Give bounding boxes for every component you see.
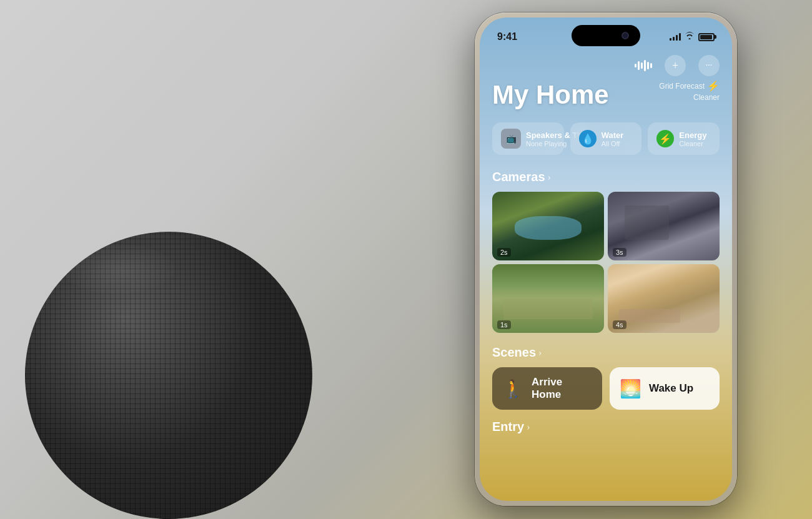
cameras-section-header[interactable]: Cameras ›	[492, 170, 720, 184]
cameras-title: Cameras	[492, 170, 545, 184]
scenes-section: Scenes › 🚶 Arrive Home 🌅 Wake Up	[492, 345, 720, 410]
camera-label-3: 1s	[497, 320, 511, 329]
camera-label-2: 3s	[613, 248, 626, 257]
signal-bar-1	[670, 38, 671, 41]
water-title: Water	[602, 131, 624, 140]
dynamic-island	[572, 25, 640, 46]
more-button[interactable]: ···	[698, 55, 720, 76]
arrive-home-card[interactable]: 🚶 Arrive Home	[492, 367, 602, 410]
water-subtitle: All Off	[602, 140, 624, 147]
scenes-title: Scenes	[492, 345, 536, 360]
homepod-body	[25, 232, 312, 519]
wave-bar-6	[650, 63, 652, 68]
front-camera	[621, 32, 629, 39]
wave-bar-2	[638, 61, 640, 70]
entry-section: Entry ›	[492, 420, 720, 434]
entry-title: Entry	[492, 420, 524, 434]
energy-icon: ⚡	[659, 133, 671, 145]
camera-cell-1[interactable]: 2s	[492, 192, 604, 260]
entry-chevron-icon: ›	[527, 422, 530, 433]
water-pill[interactable]: 💧 Water All Off	[570, 122, 642, 155]
add-button[interactable]: +	[665, 55, 686, 76]
status-pills: 📺 Speakers & TVs None Playing 💧 Water Al…	[492, 122, 720, 155]
home-title: My Home	[492, 80, 609, 110]
wake-up-icon: 🌅	[620, 378, 641, 399]
arrive-home-label: Arrive Home	[532, 376, 592, 401]
wave-bar-3	[641, 62, 643, 69]
energy-pill[interactable]: ⚡ Energy Cleaner	[648, 122, 720, 155]
energy-text: Energy Cleaner	[679, 131, 706, 147]
speakers-icon-box: 📺	[501, 129, 521, 149]
camera-grid: 2s 3s 1s 4s	[492, 192, 720, 333]
grid-forecast[interactable]: Grid Forecast ⚡ Cleaner	[659, 80, 720, 102]
water-icon-wrapper: 💧	[579, 130, 597, 147]
signal-bar-2	[673, 37, 675, 41]
homepod-device	[0, 169, 362, 519]
battery-fill	[700, 35, 712, 39]
water-text: Water All Off	[602, 131, 624, 147]
top-actions: + ···	[635, 55, 720, 76]
energy-bolt-icon: ⚡	[707, 80, 720, 92]
energy-title: Energy	[679, 131, 706, 140]
entry-section-header[interactable]: Entry ›	[492, 420, 720, 434]
content-area: My Home Grid Forecast ⚡ Cleaner 📺	[480, 80, 732, 501]
header-row: My Home Grid Forecast ⚡ Cleaner	[492, 80, 720, 110]
iphone-device: 9:41	[475, 12, 737, 506]
grid-forecast-line2: Cleaner	[693, 93, 720, 102]
wave-bar-5	[647, 62, 649, 69]
signal-icon	[670, 33, 681, 41]
scenes-chevron-icon: ›	[538, 347, 542, 358]
cameras-chevron-icon: ›	[548, 172, 551, 183]
camera-cell-3[interactable]: 1s	[492, 264, 604, 333]
battery-icon	[698, 33, 715, 41]
grid-forecast-line1: Grid Forecast	[659, 82, 705, 91]
camera-label-4: 4s	[613, 320, 626, 329]
status-time: 9:41	[497, 31, 517, 42]
tv-icon: 📺	[506, 134, 517, 144]
water-drop-icon: 💧	[582, 133, 594, 145]
status-icons	[670, 32, 715, 42]
grid-forecast-row: Grid Forecast ⚡	[659, 80, 720, 92]
waveform-icon[interactable]	[635, 60, 652, 71]
homepod-highlight	[62, 244, 175, 294]
wake-up-label: Wake Up	[649, 382, 693, 395]
signal-bar-4	[679, 33, 681, 41]
camera-label-1: 2s	[497, 248, 511, 257]
arrive-home-icon: 🚶	[502, 378, 524, 399]
wake-up-card[interactable]: 🌅 Wake Up	[610, 367, 720, 410]
energy-icon-wrapper: ⚡	[656, 130, 674, 147]
scenes-section-header[interactable]: Scenes ›	[492, 345, 720, 360]
iphone-screen: 9:41	[480, 17, 732, 501]
wifi-icon	[685, 32, 695, 42]
wave-bar-4	[644, 60, 646, 71]
camera-cell-4[interactable]: 4s	[608, 264, 720, 333]
speakers-pill[interactable]: 📺 Speakers & TVs None Playing	[492, 122, 564, 155]
scenes-row: 🚶 Arrive Home 🌅 Wake Up	[492, 367, 720, 410]
signal-bar-3	[676, 35, 678, 41]
camera-cell-2[interactable]: 3s	[608, 192, 720, 260]
energy-subtitle: Cleaner	[679, 140, 706, 147]
wave-bar-1	[635, 64, 636, 67]
